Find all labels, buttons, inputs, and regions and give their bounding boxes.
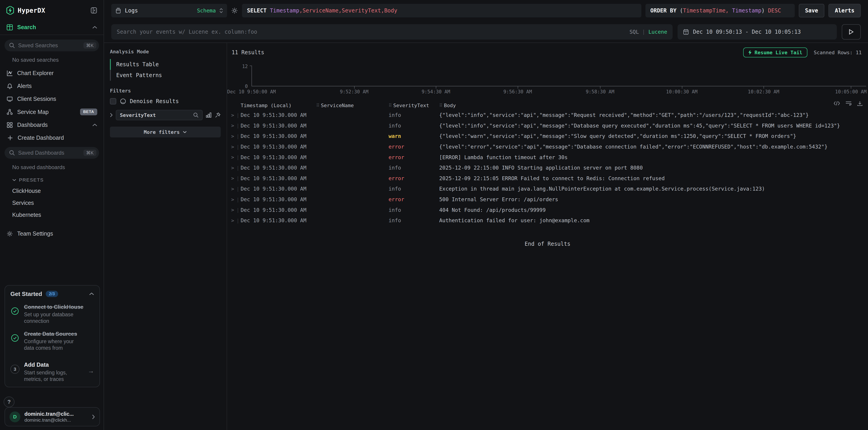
dashboards-icon — [6, 122, 13, 128]
table-row[interactable]: >|Dec 10 9:51:30.000 AMerror[ERROR] Lamb… — [227, 152, 868, 163]
drag-handle-icon[interactable]: ⠿ — [439, 103, 442, 108]
presets-header[interactable]: PRESETS — [0, 174, 103, 185]
sidebar-item-search[interactable]: Search — [0, 21, 103, 34]
table-row[interactable]: >|Dec 10 9:51:30.000 AMinfo404 Not Found… — [227, 205, 868, 215]
chart-explorer-icon — [6, 70, 13, 76]
severity-filter-chip[interactable]: SeverityText — [116, 110, 203, 120]
mode-results-table[interactable]: Results Table — [110, 59, 221, 70]
divider: | — [236, 175, 239, 181]
denoise-checkbox[interactable] — [110, 98, 116, 104]
create-dashboard-button[interactable]: Create Dashboard — [0, 131, 103, 144]
event-search-input[interactable]: Search your events w/ Lucene ex. column:… — [111, 24, 673, 39]
paren: ) — [762, 7, 765, 14]
table-row[interactable]: >|Dec 10 9:51:30.000 AMinfo{"level":"inf… — [227, 121, 868, 131]
sidebar-item-label: Dashboards — [17, 122, 48, 128]
preset-kubernetes[interactable]: Kubernetes — [0, 209, 103, 221]
chevron-up-icon[interactable] — [92, 26, 97, 29]
resume-live-tail-button[interactable]: Resume Live Tail — [743, 47, 807, 58]
source-settings-gear-icon[interactable] — [231, 7, 238, 14]
sidebar-item-team-settings[interactable]: Team Settings — [0, 227, 103, 240]
date-range-value: Dec 10 09:50:13 - Dec 10 10:05:13 — [693, 29, 801, 35]
col-header-severitytext[interactable]: ⠿SeverityText — [389, 103, 439, 108]
col-header-timestamp[interactable]: Timestamp (Local) — [241, 103, 316, 108]
drag-handle-icon[interactable]: ⠿ — [389, 103, 392, 108]
divider: | — [236, 197, 239, 202]
pin-icon[interactable] — [215, 112, 221, 118]
get-started-step-sources[interactable]: Create Data Sources Configure where your… — [10, 330, 94, 351]
cell-severity: warn — [389, 133, 439, 139]
step-desc: Set up your database connection — [24, 311, 82, 324]
table-row[interactable]: >|Dec 10 9:51:30.000 AMerror{"level":"er… — [227, 141, 868, 152]
row-expand-chevron[interactable]: > — [231, 133, 234, 139]
row-expand-chevron[interactable]: > — [231, 112, 234, 118]
chevron-up-icon[interactable] — [89, 292, 94, 296]
drag-handle-icon[interactable]: ⠿ — [316, 103, 319, 108]
order-by-input[interactable]: ORDER BY ( TimestampTime, Timestamp ) DE… — [646, 4, 795, 18]
col-header-servicename[interactable]: ⠿ServiceName — [316, 103, 389, 108]
table-row[interactable]: >|Dec 10 9:51:30.000 AMinfo2025-12-09 22… — [227, 163, 868, 173]
more-filters-button[interactable]: More filters — [110, 127, 221, 137]
saved-searches-input[interactable]: Saved Searches ⌘K — [4, 39, 99, 51]
col-header-body[interactable]: ⠿Body — [439, 103, 868, 108]
get-started-step-connect[interactable]: Connect to ClickHouse Set up your databa… — [10, 303, 94, 324]
events-histogram[interactable]: 12 0 Dec 10 9:50:00 AM9:52:30 AM9:54:30 … — [251, 64, 866, 94]
row-expand-chevron[interactable]: > — [231, 186, 234, 192]
row-expand-chevron[interactable]: > — [231, 123, 234, 128]
row-expand-chevron[interactable]: > — [231, 165, 234, 171]
preset-clickhouse[interactable]: ClickHouse — [0, 185, 103, 197]
date-range-picker[interactable]: 1 Dec 10 09:50:13 - Dec 10 10:05:13 — [678, 24, 837, 39]
mode-event-patterns[interactable]: Event Patterns — [110, 70, 221, 81]
select-clause-input[interactable]: SELECT Timestamp ,ServiceName,SeverityTe… — [242, 4, 641, 18]
row-expand-chevron[interactable]: > — [231, 144, 234, 150]
source-select[interactable]: Logs Schema — [111, 4, 227, 18]
run-query-button[interactable] — [842, 24, 861, 39]
presets-label: PRESETS — [19, 177, 44, 183]
saved-dashboards-input[interactable]: Saved Dashboards ⌘K — [4, 147, 99, 159]
row-expand-chevron[interactable]: > — [231, 218, 234, 223]
chart-bars-icon[interactable] — [206, 112, 212, 118]
table-row[interactable]: >|Dec 10 9:51:30.000 AMinfo{"level":"inf… — [227, 110, 868, 121]
sidebar-item-client-sessions[interactable]: Client Sessions — [0, 93, 103, 105]
sidebar-item-dashboards[interactable]: Dashboards — [0, 119, 103, 131]
get-started-step-add-data[interactable]: 3 Add Data Start sending logs, metrics, … — [10, 361, 94, 382]
sidebar-item-service-map[interactable]: Service Map BETA — [0, 105, 103, 119]
help-button[interactable]: ? — [4, 397, 14, 407]
kbd-shortcut: ⌘K — [84, 42, 96, 48]
table-row[interactable]: >|Dec 10 9:51:30.000 AMinfoException in … — [227, 184, 868, 194]
save-button[interactable]: Save — [799, 4, 825, 18]
download-icon[interactable] — [857, 101, 863, 106]
x-axis-tick-label: 9:52:30 AM — [340, 89, 368, 95]
sidebar-collapse-icon[interactable] — [90, 7, 97, 14]
table-row[interactable]: >|Dec 10 9:51:30.000 AMerror500 Internal… — [227, 194, 868, 205]
x-axis-tick — [436, 86, 436, 89]
sql-toggle[interactable]: SQL — [630, 29, 639, 35]
cell-body: 2025-12-09 22:15:05 ERROR Failed to conn… — [439, 175, 868, 181]
table-row[interactable]: >|Dec 10 9:51:30.000 AMinfoAuthenticatio… — [227, 215, 868, 226]
search-icon[interactable] — [193, 112, 198, 118]
row-expand-chevron[interactable]: > — [231, 175, 234, 181]
table-row[interactable]: >|Dec 10 9:51:30.000 AMerror2025-12-09 2… — [227, 173, 868, 184]
denoise-results-row[interactable]: Denoise Results — [110, 98, 221, 104]
row-expand-chevron[interactable]: > — [231, 155, 234, 160]
divider — [0, 35, 103, 35]
alerts-button[interactable]: Alerts — [829, 4, 861, 18]
search-placeholder: Search your events w/ Lucene ex. column:… — [117, 29, 257, 35]
preset-services[interactable]: Services — [0, 197, 103, 209]
x-axis-tick-label: 9:54:30 AM — [422, 89, 450, 95]
user-menu[interactable]: D dominic.tran@clic... dominic.tran@clic… — [4, 407, 100, 426]
row-expand-chevron[interactable]: > — [231, 207, 234, 213]
chevron-right-icon[interactable] — [110, 113, 113, 117]
chevron-up-icon[interactable] — [92, 124, 97, 127]
table-row[interactable]: >|Dec 10 9:51:30.000 AMwarn{"level":"war… — [227, 131, 868, 141]
service-map-icon — [6, 109, 13, 115]
row-expand-chevron[interactable]: > — [231, 197, 234, 202]
wrap-lines-icon[interactable] — [845, 101, 852, 106]
sidebar-item-chart-explorer[interactable]: Chart Explorer — [0, 67, 103, 79]
code-view-icon[interactable] — [834, 101, 840, 106]
sidebar-item-alerts[interactable]: Alerts — [0, 79, 103, 93]
lucene-toggle[interactable]: Lucene — [648, 29, 667, 35]
denoise-label: Denoise Results — [130, 98, 179, 104]
results-count: 11 Results — [231, 49, 265, 56]
cell-body: Exception in thread main java.lang.NullP… — [439, 186, 868, 192]
cell-body: 2025-12-09 22:15:00 INFO Starting applic… — [439, 165, 868, 171]
